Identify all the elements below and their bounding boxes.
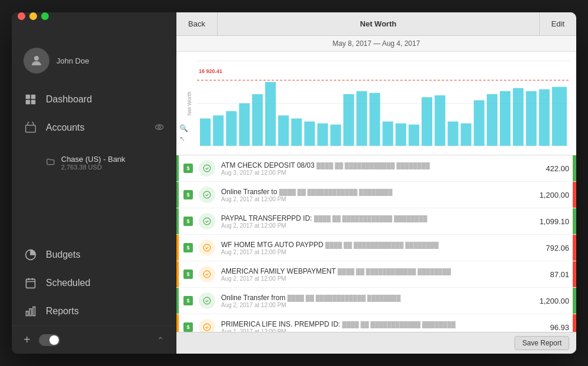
sidebar-item-dashboard[interactable]: Dashboard [12,85,176,114]
svg-rect-10 [26,311,28,316]
accounts-header: Accounts [12,114,176,142]
toggle-switch[interactable] [39,334,60,346]
chart-container: Net Worth 16 920.41 🔍 ↖ 25k 12.5k 0k [176,52,576,155]
tx-date: Aug 3, 2017 at 12:00 PM [221,169,540,176]
transaction-item[interactable]: $ AMERICAN FAMILY WEBPAYMENT ████ ██ ███… [176,261,576,288]
tx-right-bar [573,235,576,261]
svg-rect-2 [31,95,36,99]
tx-date: Aug 2, 2017 at 12:00 PM [221,275,544,282]
svg-point-58 [203,271,211,278]
svg-rect-11 [29,309,31,316]
tx-name: Online Transfer to ████ ██ ████████████ … [221,188,533,196]
chevron-up-icon[interactable]: ⌃ [157,335,164,345]
svg-rect-39 [447,122,458,146]
tx-date: Aug 1, 2017 at 12:00 PM [221,328,544,332]
tx-info: WF HOME MTG AUTO PAYPPD ████ ██ ████████… [221,241,540,255]
redline-label: 16 920.41 [199,68,222,74]
transaction-item[interactable]: $ Online Transfer from ████ ██ █████████… [176,288,576,314]
tx-date: Aug 2, 2017 at 12:00 PM [221,196,533,202]
svg-rect-34 [382,122,393,146]
svg-rect-35 [396,124,406,146]
username-label: John Doe [56,56,89,65]
transaction-item[interactable]: $ WF HOME MTG AUTO PAYPPD ████ ██ ██████… [176,235,576,261]
reports-label: Reports [46,306,79,317]
tx-amount: 87.01 [550,270,569,279]
svg-rect-12 [33,307,35,316]
scheduled-icon [24,276,38,290]
sidebar: John Doe Dashboard [12,12,176,354]
tx-date: Aug 2, 2017 at 12:00 PM [221,302,533,308]
svg-rect-24 [252,94,263,146]
account-balance: 2,763.38 USD [61,164,125,171]
add-button[interactable]: + [24,333,31,347]
avatar [24,48,49,74]
date-range: May 8, 2017 — Aug 4, 2017 [176,36,576,52]
main-content: Back Net Worth Edit May 8, 2017 — Aug 4,… [176,12,576,354]
eye-icon[interactable] [155,122,164,134]
tx-dollar-icon: $ [183,217,193,226]
tx-amount: 422.00 [546,164,569,173]
tx-status-icon [199,187,215,203]
traffic-light-green[interactable] [41,12,49,20]
tx-dollar-icon: $ [183,243,193,252]
account-sub-info: Chase (US) - Bank 2,763.38 USD [61,155,125,171]
tx-right-bar [573,288,576,314]
svg-rect-25 [265,82,276,146]
tx-name: WF HOME MTG AUTO PAYPPD ████ ██ ████████… [221,241,540,249]
sidebar-item-budgets[interactable]: Budgets [12,241,176,269]
tx-info: Online Transfer from ████ ██ ███████████… [221,294,533,308]
svg-rect-20 [200,118,211,145]
tx-info: AMERICAN FAMILY WEBPAYMENT ████ ██ █████… [221,267,544,282]
save-report-button[interactable]: Save Report [514,336,569,350]
tx-left-bar [176,155,179,181]
sidebar-item-scheduled[interactable]: Scheduled [12,269,176,297]
scheduled-label: Scheduled [46,278,91,288]
svg-point-56 [203,218,211,225]
traffic-light-red[interactable] [18,12,25,20]
transaction-item[interactable]: $ PAYPAL TRANSFERPPD ID: ████ ██ ███████… [176,208,576,235]
svg-rect-42 [487,94,497,146]
svg-rect-28 [304,122,315,146]
toolbar: Back Net Worth Edit [176,12,576,36]
transaction-item[interactable]: $ PRIMERICA LIFE INS. PREMPPD ID: ████ █… [176,314,576,332]
tx-name: Online Transfer from ████ ██ ███████████… [221,294,533,302]
tx-amount: 792.06 [546,244,569,252]
tx-left-bar [176,208,179,234]
accounts-label: Accounts [46,122,85,133]
svg-rect-44 [513,88,523,146]
back-button[interactable]: Back [176,12,218,35]
chart-svg: 25k 12.5k 0k [197,58,570,149]
dashboard-label: Dashboard [46,94,92,105]
svg-rect-32 [356,91,367,146]
tx-amount: 1,099.10 [539,217,569,226]
tx-status-icon [199,160,215,177]
sidebar-item-accounts[interactable]: Accounts Chase (US) - Bank [12,114,176,175]
transaction-item[interactable]: $ ATM CHECK DEPOSIT 08/03 ████ ██ ██████… [176,155,576,182]
svg-point-60 [203,324,211,331]
svg-rect-4 [31,100,36,105]
svg-point-0 [34,56,39,61]
traffic-light-yellow[interactable] [29,12,37,20]
svg-point-54 [203,165,211,172]
sidebar-item-reports[interactable]: Reports [12,297,176,325]
cursor-icon[interactable]: ↖ [179,135,188,143]
budgets-icon [24,248,38,262]
svg-rect-38 [435,95,445,146]
svg-rect-23 [239,104,250,146]
tx-info: PAYPAL TRANSFERPPD ID: ████ ██ █████████… [221,214,533,229]
edit-button[interactable]: Edit [539,12,576,35]
tx-dollar-icon: $ [183,322,193,332]
svg-rect-26 [278,115,289,146]
tx-dollar-icon: $ [183,164,193,173]
transaction-list: $ ATM CHECK DEPOSIT 08/03 ████ ██ ██████… [176,155,576,332]
app-window: John Doe Dashboard [12,12,576,354]
transaction-item[interactable]: $ Online Transfer to ████ ██ ███████████… [176,182,576,208]
svg-rect-3 [26,100,31,105]
svg-rect-40 [461,124,472,146]
budgets-label: Budgets [46,249,81,260]
account-item-chase[interactable]: Chase (US) - Bank 2,763.38 USD [12,150,176,175]
zoom-icon[interactable]: 🔍 [179,124,188,132]
bottom-bar: Save Report [176,332,576,354]
tx-right-bar [573,261,576,287]
tx-date: Aug 2, 2017 at 12:00 PM [221,222,533,229]
